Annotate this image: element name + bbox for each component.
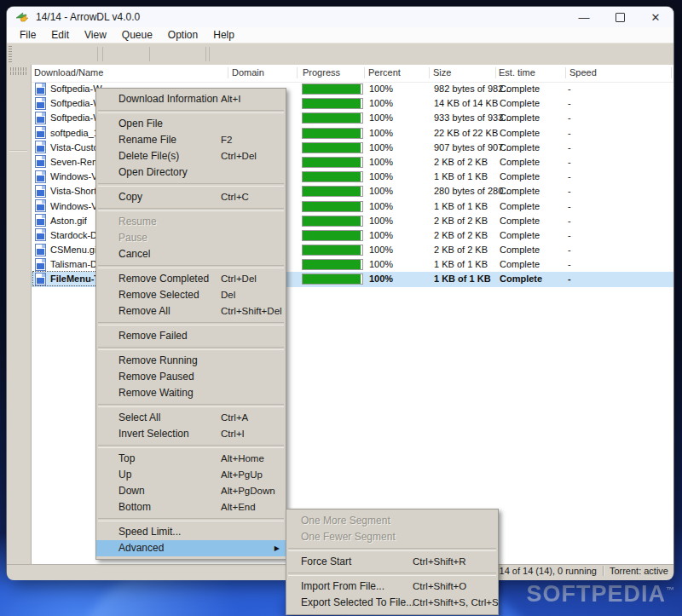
file-icon	[35, 155, 46, 168]
menu-separator	[98, 518, 284, 521]
progress-fill	[303, 84, 362, 94]
menu-item-rename-file[interactable]: Rename FileF2	[96, 132, 286, 148]
column-domain[interactable]: Domain	[232, 67, 264, 78]
column-download-name[interactable]: Download/Name	[34, 67, 103, 78]
percent-value: 100%	[369, 273, 393, 284]
toolbar-grip[interactable]	[9, 46, 12, 62]
menu-item-down[interactable]: DownAlt+PgDown	[96, 483, 286, 499]
est-time-value: Complete	[500, 142, 540, 153]
menu-item-bottom[interactable]: BottomAlt+End	[96, 499, 286, 515]
est-time-value: Complete	[500, 273, 542, 284]
speed-value: -	[568, 83, 571, 94]
status-torrent: Torrent: active	[610, 566, 668, 576]
progress-fill	[303, 158, 362, 167]
column-est-time[interactable]: Est. time	[499, 67, 535, 78]
speed-value: -	[568, 245, 571, 255]
percent-value: 100%	[369, 186, 393, 196]
menu-option[interactable]: Option	[160, 27, 205, 43]
menu-item-speed-limit[interactable]: Speed Limit...	[96, 524, 286, 540]
header-separator	[671, 67, 672, 78]
file-icon	[35, 273, 46, 285]
menu-item-remove-failed[interactable]: Remove Failed	[96, 328, 286, 344]
menu-item-delete-files[interactable]: Delete File(s)Ctrl+Del	[96, 148, 286, 164]
menu-item-open-directory[interactable]: Open Directory	[96, 164, 286, 181]
file-icon	[35, 199, 46, 212]
menu-item-select-all[interactable]: Select AllCtrl+A	[96, 410, 286, 426]
column-size[interactable]: Size	[433, 67, 451, 78]
menu-bar: File Edit View Queue Option Help	[7, 27, 673, 43]
progress-bar	[302, 98, 363, 109]
file-icon	[35, 244, 46, 256]
submenu-item-import-from-file[interactable]: Import From File...Ctrl+Shift+O	[286, 579, 498, 595]
menu-edit[interactable]: Edit	[43, 27, 77, 43]
menu-separator	[98, 110, 284, 113]
size-value: 22 KB of 22 KB	[434, 128, 498, 138]
toolbar-separator	[97, 47, 98, 61]
menu-item-copy[interactable]: CopyCtrl+C	[96, 189, 286, 205]
menu-item-remove-all[interactable]: Remove AllCtrl+Shift+Del	[96, 303, 286, 320]
size-value: 14 KB of 14 KB	[434, 98, 498, 108]
menu-item-remove-paused[interactable]: Remove Paused	[96, 369, 286, 385]
close-button[interactable]: ✕	[638, 7, 673, 27]
file-icon	[35, 83, 46, 95]
menu-item-cancel[interactable]: Cancel	[96, 246, 286, 262]
menu-file[interactable]: File	[12, 27, 43, 43]
progress-fill	[303, 231, 362, 240]
column-percent[interactable]: Percent	[368, 67, 401, 78]
est-time-value: Complete	[500, 171, 540, 181]
progress-bar	[302, 171, 363, 182]
progress-bar	[302, 216, 363, 227]
progress-fill	[303, 202, 362, 211]
menu-separator	[98, 183, 284, 187]
menu-item-remove-running[interactable]: Remove Running	[96, 353, 286, 369]
percent-value: 100%	[369, 128, 393, 138]
menu-view[interactable]: View	[77, 27, 114, 43]
menu-queue[interactable]: Queue	[114, 27, 160, 43]
size-value: 1 KB of 1 KB	[434, 171, 488, 181]
est-time-value: Complete	[500, 259, 540, 269]
softpedia-watermark: SOFTPEDIA™	[526, 581, 675, 607]
column-progress[interactable]: Progress	[303, 67, 340, 78]
submenu-item-force-start[interactable]: Force StartCtrl+Shift+R	[286, 554, 498, 570]
progress-bar	[302, 273, 363, 285]
advanced-submenu: One More Segment One Fewer Segment Force…	[286, 509, 499, 615]
maximize-button[interactable]	[602, 7, 638, 27]
size-value: 2 KB of 2 KB	[434, 216, 488, 226]
size-value: 1 KB of 1 KB	[434, 201, 488, 211]
menu-item-top[interactable]: TopAlt+Home	[96, 451, 286, 467]
speed-value: -	[568, 230, 571, 240]
menu-item-up[interactable]: UpAlt+PgUp	[96, 467, 286, 483]
progress-fill	[303, 274, 362, 284]
file-name: Softpedia-W	[50, 112, 102, 123]
submenu-item-export-selected-to-file[interactable]: Export Selected To File...Ctrl+Shift+S, …	[286, 595, 498, 611]
menu-help[interactable]: Help	[205, 27, 242, 43]
menu-item-invert-selection[interactable]: Invert SelectionCtrl+I	[96, 426, 286, 442]
progress-fill	[303, 172, 362, 181]
toolbar	[7, 43, 673, 65]
header-separator	[429, 67, 430, 78]
percent-value: 100%	[369, 201, 393, 211]
menu-item-remove-waiting[interactable]: Remove Waiting	[96, 385, 286, 401]
header-separator	[364, 67, 365, 78]
percent-value: 100%	[369, 98, 393, 108]
speed-value: -	[568, 157, 571, 167]
status-counts: 14 of 14 (14), 0 running	[500, 566, 597, 576]
menu-separator	[98, 347, 284, 350]
menu-item-advanced[interactable]: Advanced▶	[96, 540, 286, 556]
file-icon	[35, 126, 46, 139]
progress-bar	[302, 128, 363, 139]
file-icon	[35, 214, 46, 227]
menu-item-remove-selected[interactable]: Remove SelectedDel	[96, 287, 286, 303]
file-name: CSMenu.gif	[50, 245, 99, 255]
speed-value: -	[568, 273, 571, 284]
menu-item-open-file[interactable]: Open File	[96, 116, 286, 132]
menu-item-download-information[interactable]: Download InformationAlt+I	[96, 91, 286, 107]
minimize-button[interactable]: —	[566, 7, 602, 27]
title-bar[interactable]: 14/14 - ArrowDL v4.0.0 — ✕	[7, 7, 673, 27]
progress-fill	[303, 245, 362, 255]
column-speed[interactable]: Speed	[569, 67, 597, 78]
side-toolbar-grip[interactable]	[10, 67, 26, 71]
file-name: Softpedia-W	[50, 98, 102, 108]
menu-item-remove-completed[interactable]: Remove CompletedCtrl+Del	[96, 271, 286, 287]
menu-separator	[98, 404, 284, 407]
